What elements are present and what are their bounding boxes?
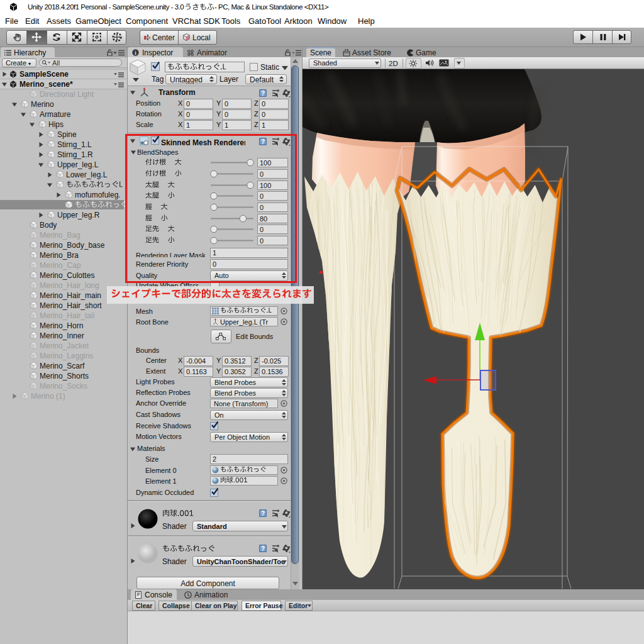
svg-text:?: ?: [261, 90, 265, 97]
svg-text:?: ?: [261, 510, 265, 517]
svg-text:?: ?: [261, 545, 265, 552]
